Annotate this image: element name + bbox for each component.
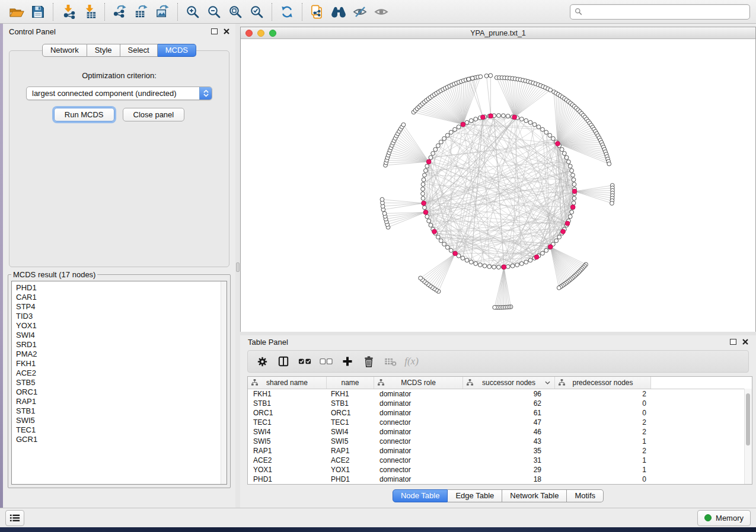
table-cell[interactable]: dominator xyxy=(374,428,463,436)
network-node[interactable] xyxy=(532,123,537,127)
network-node[interactable] xyxy=(568,164,572,168)
network-node[interactable] xyxy=(427,219,431,223)
table-cell[interactable]: SWI5 xyxy=(327,437,374,446)
network-node[interactable] xyxy=(449,130,453,134)
network-node[interactable] xyxy=(442,242,446,246)
network-node[interactable] xyxy=(429,156,433,160)
mcds-result-item[interactable]: STB5 xyxy=(16,378,227,387)
list-scrollbar[interactable] xyxy=(221,281,227,484)
network-node[interactable] xyxy=(421,196,425,200)
table-tab-edge-table[interactable]: Edge Table xyxy=(448,489,502,502)
network-leaf-node[interactable] xyxy=(380,197,384,201)
network-node[interactable] xyxy=(439,239,443,243)
table-tab-motifs[interactable]: Motifs xyxy=(567,489,604,502)
network-node[interactable] xyxy=(528,120,532,124)
network-node[interactable] xyxy=(562,152,566,156)
tab-select[interactable]: Select xyxy=(120,44,158,57)
table-cell[interactable]: 61 xyxy=(463,409,555,417)
network-node[interactable] xyxy=(478,263,482,267)
zoom-in-icon[interactable] xyxy=(182,2,203,21)
table-cell[interactable]: connector xyxy=(374,466,463,474)
network-leaf-node[interactable] xyxy=(489,73,493,78)
network-node[interactable] xyxy=(572,201,576,205)
table-row[interactable]: TEC1TEC1connector472 xyxy=(248,418,752,427)
table-cell[interactable]: ORC1 xyxy=(248,409,327,417)
network-node[interactable] xyxy=(442,136,446,140)
table-scrollbar[interactable] xyxy=(744,389,752,484)
network-node[interactable] xyxy=(425,164,429,168)
task-history-button[interactable] xyxy=(5,510,24,526)
network-node[interactable] xyxy=(570,210,574,214)
table-cell[interactable]: dominator xyxy=(374,475,463,483)
network-node[interactable] xyxy=(524,118,528,123)
network-node[interactable] xyxy=(449,248,453,252)
import-network-icon[interactable] xyxy=(58,2,79,21)
tab-style[interactable]: Style xyxy=(87,44,120,57)
network-node[interactable] xyxy=(423,169,428,173)
table-row[interactable]: YOX1YOX1connector291 xyxy=(248,465,752,475)
mcds-result-item[interactable]: PHD1 xyxy=(16,283,227,293)
table-cell[interactable]: 18 xyxy=(463,475,555,483)
table-cell[interactable]: SWI5 xyxy=(248,437,327,446)
table-cell[interactable]: YOX1 xyxy=(327,466,374,474)
network-node[interactable] xyxy=(421,182,425,187)
table-cell[interactable]: 1 xyxy=(555,437,651,446)
table-cell[interactable]: dominator xyxy=(374,409,463,417)
mcds-result-item[interactable]: STP4 xyxy=(16,302,227,312)
table-row[interactable]: RAP1RAP1dominator352 xyxy=(248,446,752,456)
network-node[interactable] xyxy=(551,136,555,140)
network-hub-node[interactable] xyxy=(480,115,485,120)
mcds-result-item[interactable]: GCR1 xyxy=(16,435,227,444)
splitter-grip[interactable] xyxy=(236,262,240,272)
network-node[interactable] xyxy=(572,182,576,187)
network-node[interactable] xyxy=(511,264,515,268)
table-cell[interactable]: connector xyxy=(374,437,463,446)
network-node[interactable] xyxy=(423,206,427,210)
table-cell[interactable]: 2 xyxy=(555,428,651,436)
network-node[interactable] xyxy=(423,173,427,177)
import-table-icon[interactable] xyxy=(79,2,100,21)
network-node[interactable] xyxy=(474,262,478,266)
table-cell[interactable]: 96 xyxy=(463,390,555,398)
table-row[interactable]: FKH1FKH1dominator962 xyxy=(248,389,752,399)
table-cell[interactable]: TEC1 xyxy=(248,418,327,427)
table-cell[interactable]: 1 xyxy=(555,466,651,474)
zoom-fit-icon[interactable] xyxy=(225,2,246,21)
column-pane-icon[interactable] xyxy=(273,351,294,371)
table-cell[interactable]: 43 xyxy=(463,437,555,446)
table-cell[interactable]: 47 xyxy=(463,418,555,427)
close-panel-icon[interactable] xyxy=(224,28,229,34)
table-scrollbar-thumb[interactable] xyxy=(746,393,750,446)
network-node[interactable] xyxy=(497,114,501,118)
table-cell[interactable]: dominator xyxy=(374,399,463,408)
network-node[interactable] xyxy=(560,148,564,152)
table-cell[interactable]: connector xyxy=(374,456,463,464)
table-tab-network-table[interactable]: Network Table xyxy=(502,489,567,502)
table-cell[interactable]: SWI4 xyxy=(248,428,327,436)
table-row[interactable]: ACE2ACE2connector311 xyxy=(248,456,752,465)
mcds-result-item[interactable]: PMA2 xyxy=(16,350,227,359)
table-cell[interactable]: 0 xyxy=(555,409,651,417)
table-cell[interactable]: SWI4 xyxy=(327,428,374,436)
table-row[interactable]: STB1STB1dominator620 xyxy=(248,399,752,408)
network-node[interactable] xyxy=(422,178,426,182)
network-hub-node[interactable] xyxy=(453,251,458,256)
mcds-result-item[interactable]: FKH1 xyxy=(16,359,227,368)
network-leaf-node[interactable] xyxy=(419,276,423,280)
network-node[interactable] xyxy=(445,133,449,137)
memory-button[interactable]: Memory xyxy=(697,510,751,526)
network-node[interactable] xyxy=(421,187,425,191)
mcds-result-item[interactable]: YOX1 xyxy=(16,321,227,331)
export-image-icon[interactable] xyxy=(152,2,173,21)
table-cell[interactable]: 0 xyxy=(555,475,651,483)
add-column-icon[interactable] xyxy=(337,351,358,371)
network-hub-node[interactable] xyxy=(565,221,570,226)
network-node[interactable] xyxy=(568,214,572,219)
network-node[interactable] xyxy=(474,117,478,121)
network-node[interactable] xyxy=(453,127,457,132)
network-hub-node[interactable] xyxy=(556,142,560,146)
network-node[interactable] xyxy=(457,125,461,129)
table-cell[interactable]: 2 xyxy=(555,447,651,455)
network-node[interactable] xyxy=(572,196,576,200)
network-graph[interactable] xyxy=(241,39,755,332)
